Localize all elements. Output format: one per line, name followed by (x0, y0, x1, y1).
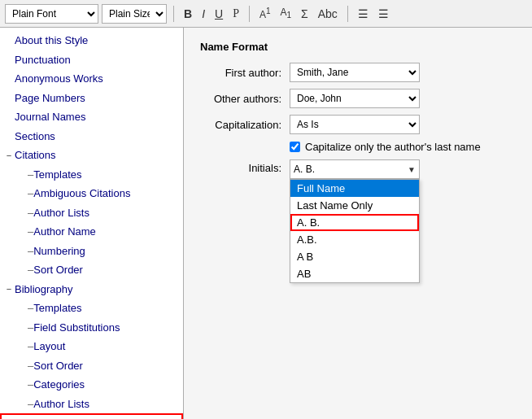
tree-dash: – (28, 224, 33, 240)
font-select[interactable]: Plain Font (5, 4, 98, 24)
tree-item-bibliography[interactable]: −Bibliography (0, 280, 183, 299)
tree-item-bib-author-lists[interactable]: – Author Lists (0, 395, 183, 414)
dropdown-option-full-name[interactable]: Full Name (290, 180, 419, 197)
sigma-button[interactable]: Σ (298, 4, 312, 24)
tree-item-label-bib-categories: Categories (33, 377, 85, 393)
dropdown-option-a-b[interactable]: A B (290, 248, 419, 265)
initials-label: Initials: (200, 159, 290, 174)
tree-dash: – (28, 262, 33, 278)
tree-item-label-anonymous-works: Anonymous Works (15, 71, 103, 87)
superscript-button[interactable]: A1 (256, 4, 274, 24)
section-title: Name Format (200, 41, 516, 53)
tree-item-cit-author-name[interactable]: – Author Name (0, 222, 183, 242)
tree-item-label-cit-author-name: Author Name (33, 224, 96, 240)
dropdown-option-a-b-dot[interactable]: A. B. (290, 214, 419, 231)
tree-item-bib-field-substitutions[interactable]: – Field Substitutions (0, 318, 183, 338)
first-author-label: First author: (200, 67, 290, 79)
tree-dash: – (28, 377, 33, 393)
tree-item-label-bib-field-substitutions: Field Substitutions (33, 320, 120, 336)
capitalize-checkbox-row: Capitalize only the author's last name (290, 141, 516, 153)
tree-item-page-numbers[interactable]: Page Numbers (0, 89, 183, 108)
tree-item-label-citations: Citations (15, 147, 56, 164)
capitalization-select[interactable]: As Is (290, 115, 420, 134)
italic-button[interactable]: I (198, 4, 208, 24)
initials-dropdown-wrapper: A. B. ▼ Full NameLast Name OnlyA. B.A.B.… (290, 159, 420, 179)
subscript-button[interactable]: A1 (277, 4, 295, 24)
initials-selected-value: A. B. (294, 164, 315, 175)
content-panel: Name Format First author: Smith, Jane Ot… (184, 28, 532, 419)
tree-item-label-about: About this Style (15, 33, 88, 49)
capitalization-row: Capitalization: As Is (200, 115, 516, 134)
tree-toggle-bibliography[interactable]: − (3, 282, 15, 296)
main-layout: About this StylePunctuationAnonymous Wor… (0, 28, 532, 419)
tree-item-label-bib-author-name: Author Name (33, 415, 96, 419)
tree-item-label-bib-templates: Templates (33, 300, 81, 316)
tree-item-cit-author-lists[interactable]: – Author Lists (0, 203, 183, 223)
tree-dash: – (28, 320, 33, 336)
tree-item-label-cit-templates: Templates (33, 167, 81, 183)
tree-item-label-cit-ambiguous: Ambiguous Citations (33, 185, 130, 202)
underline-button[interactable]: U (211, 4, 226, 24)
initials-row: Initials: A. B. ▼ Full NameLast Name Onl… (200, 159, 516, 179)
first-author-select[interactable]: Smith, Jane (290, 63, 420, 82)
tree-item-label-cit-sort-order: Sort Order (33, 262, 83, 278)
align-left-button[interactable]: ☰ (355, 4, 372, 24)
tree-item-cit-sort-order[interactable]: – Sort Order (0, 260, 183, 280)
capitalize-checkbox-label: Capitalize only the author's last name (305, 141, 481, 153)
tree-item-about[interactable]: About this Style (0, 31, 183, 50)
tree-item-anonymous-works[interactable]: Anonymous Works (0, 69, 183, 89)
first-author-row: First author: Smith, Jane (200, 63, 516, 82)
size-select[interactable]: Plain Size (102, 4, 167, 24)
tree-item-label-cit-numbering: Numbering (33, 243, 85, 260)
tree-item-bib-sort-order[interactable]: – Sort Order (0, 356, 183, 376)
toolbar-divider-3 (347, 6, 348, 22)
tree-item-journal-names[interactable]: Journal Names (0, 107, 183, 127)
tree-item-cit-numbering[interactable]: – Numbering (0, 242, 183, 261)
tree-item-sections[interactable]: Sections (0, 127, 183, 146)
bold-button[interactable]: B (181, 4, 195, 24)
tree-item-label-punctuation: Punctuation (15, 52, 71, 68)
tree-item-label-page-numbers: Page Numbers (15, 90, 85, 107)
tree-dash: – (28, 300, 33, 316)
other-authors-select[interactable]: Doe, John (290, 89, 420, 108)
tree-dash: – (28, 243, 33, 260)
tree-item-label-journal-names: Journal Names (15, 109, 85, 125)
tree-item-bib-templates[interactable]: – Templates (0, 299, 183, 318)
tree-item-punctuation[interactable]: Punctuation (0, 50, 183, 70)
dropdown-arrow-icon: ▼ (408, 165, 416, 174)
abc-button[interactable]: Abc (315, 4, 341, 24)
tree-dash: – (28, 338, 33, 355)
tree-dash: – (28, 167, 33, 183)
dropdown-option-last-name-only[interactable]: Last Name Only (290, 197, 419, 214)
tree-item-bib-author-name[interactable]: – Author Name (0, 413, 183, 419)
tree-item-bib-categories[interactable]: – Categories (0, 375, 183, 395)
tree-item-cit-ambiguous[interactable]: – Ambiguous Citations (0, 184, 183, 203)
tree-item-bib-layout[interactable]: – Layout (0, 337, 183, 356)
tree-item-label-bib-author-lists: Author Lists (33, 396, 89, 412)
tree-dash: – (28, 358, 33, 374)
tree-dash: – (28, 185, 33, 202)
tree-item-label-cit-author-lists: Author Lists (33, 205, 89, 221)
other-authors-row: Other authors: Doe, John (200, 89, 516, 108)
tree-item-label-bib-layout: Layout (33, 338, 65, 355)
capitalization-label: Capitalization: (200, 119, 290, 131)
tree-panel: About this StylePunctuationAnonymous Wor… (0, 28, 184, 419)
tree-dash: – (28, 396, 33, 412)
tree-item-label-sections: Sections (15, 129, 55, 145)
tree-dash: – (28, 415, 33, 419)
dropdown-option-ab[interactable]: AB (290, 265, 419, 282)
toolbar-divider-1 (173, 6, 174, 22)
toolbar-divider-2 (249, 6, 250, 22)
tree-item-cit-templates[interactable]: – Templates (0, 165, 183, 185)
initials-dropdown-trigger[interactable]: A. B. ▼ (290, 159, 420, 179)
capitalize-checkbox[interactable] (290, 142, 300, 152)
other-authors-label: Other authors: (200, 93, 290, 105)
tree-toggle-citations[interactable]: − (3, 149, 15, 163)
dropdown-option-ab-dot[interactable]: A.B. (290, 231, 419, 248)
tree-item-citations[interactable]: −Citations (0, 146, 183, 165)
initials-dropdown-list: Full NameLast Name OnlyA. B.A.B.A BAB (290, 179, 420, 283)
tree-dash: – (28, 205, 33, 221)
tree-item-label-bib-sort-order: Sort Order (33, 358, 83, 374)
align-right-button[interactable]: ☰ (375, 4, 392, 24)
plain-button[interactable]: P (229, 4, 242, 24)
